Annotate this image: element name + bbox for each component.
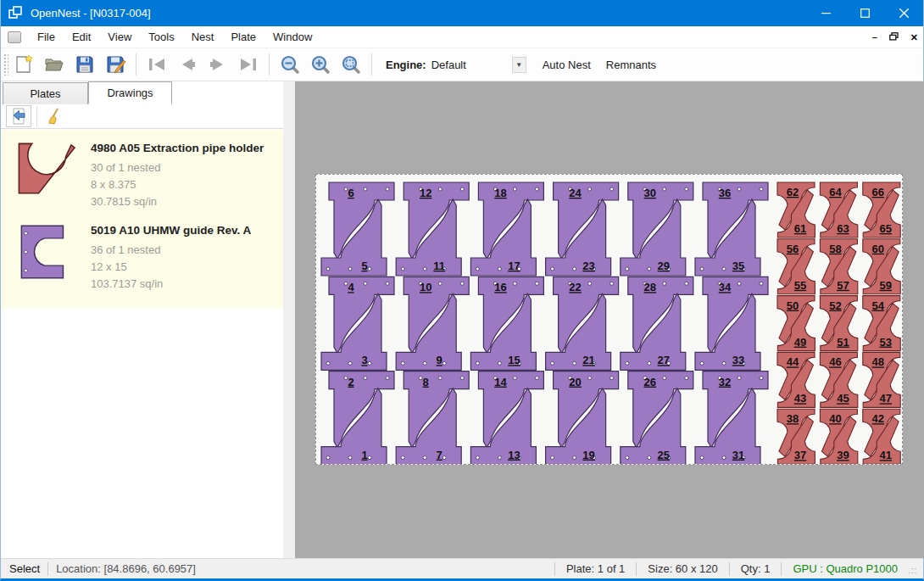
nested-part-pair[interactable]: 109 [396,277,469,370]
import-arrow-icon [9,107,28,126]
nested-part-pair[interactable]: 2221 [546,277,619,370]
nested-part-pair[interactable]: 2019 [546,372,619,464]
menu-item-view[interactable]: View [99,27,140,47]
nested-part-pair[interactable]: 6665 [863,182,900,237]
go-first-button[interactable] [142,52,172,77]
plate-qty: Qty: 1 [738,562,774,575]
zoom-out-button[interactable] [275,52,305,77]
menu-item-nest[interactable]: Nest [183,27,223,47]
zoom-out-icon [281,55,300,75]
zoom-fit-button[interactable] [336,52,366,77]
part-number-label: 33 [732,354,744,366]
part-number-label: 53 [880,336,892,349]
open-file-icon [44,55,64,74]
part-number-label: 5 [361,260,367,272]
nested-part-pair[interactable]: 6463 [820,182,857,237]
nested-part-pair[interactable]: 3433 [695,277,768,370]
part-number-label: 39 [837,449,849,461]
nested-part-pair[interactable]: 1817 [470,182,543,276]
nested-part-pair[interactable]: 5857 [820,239,857,294]
nested-part-pair[interactable]: 43 [321,277,394,370]
menu-bar: FileEditViewToolsNestPlateWindow [1,26,923,48]
status-bar: Select Location: [84.8696, 60.6957] Plat… [1,558,923,578]
mdi-close-button[interactable]: ✕ [910,32,918,43]
minimize-icon [821,8,831,18]
title-bar: OpenNest - [N0317-004] [1,0,923,26]
new-file-button[interactable] [8,52,39,77]
mdi-minimize-button[interactable]: – [872,32,877,42]
part-number-label: 31 [732,449,744,461]
part-number-label: 56 [787,243,799,255]
go-next-button[interactable] [203,52,233,77]
nested-part-pair[interactable]: 5251 [820,296,857,351]
nested-part-pair[interactable]: 4039 [820,409,857,464]
menu-item-window[interactable]: Window [264,27,320,47]
part-number-label: 57 [837,279,849,292]
nested-part-pair[interactable]: 4645 [820,352,857,407]
nested-part-pair[interactable]: 6059 [863,239,900,294]
nested-part-pair[interactable]: 5453 [863,296,900,351]
remnants-button[interactable]: Remnants [598,59,664,71]
nested-part-pair[interactable]: 65 [321,182,394,276]
nested-part-pair[interactable]: 4443 [777,352,815,407]
import-drawing-button[interactable] [6,105,31,127]
part-number-label: 3 [361,354,367,366]
nested-part-pair[interactable]: 4241 [863,409,900,464]
nested-part-pair[interactable]: 4847 [863,352,900,407]
plate-size: Size: 60 x 120 [644,562,721,575]
resize-grip[interactable]: .:: [908,566,920,578]
part-number-label: 38 [787,412,799,425]
nested-part-pair[interactable]: 5049 [777,296,815,351]
menu-item-plate[interactable]: Plate [222,27,264,47]
nested-part-pair[interactable]: 87 [396,372,469,464]
drawing-item[interactable]: 4980 A05 Extraction pipe holder 30 of 1 … [1,135,294,217]
nested-part-pair[interactable]: 3029 [621,182,693,276]
auto-nest-button[interactable]: Auto Nest [535,59,598,71]
menu-item-tools[interactable]: Tools [140,27,182,47]
nested-part-pair[interactable]: 1615 [470,277,543,370]
zoom-in-button[interactable] [305,52,336,77]
nested-part-pair[interactable]: 21 [321,372,394,464]
save-as-button[interactable] [100,52,131,77]
nested-part-pair[interactable]: 1211 [396,182,469,276]
nested-part-pair[interactable]: 2827 [621,277,693,370]
menu-item-edit[interactable]: Edit [64,27,99,47]
nested-part-pair[interactable]: 6261 [777,182,815,237]
tab-plates[interactable]: Plates [3,82,88,104]
clean-button[interactable] [42,105,68,127]
part-number-label: 19 [582,449,594,461]
save-button[interactable] [70,52,100,77]
nested-part-pair[interactable]: 2625 [621,372,693,464]
nested-part-pair[interactable]: 3837 [777,409,815,464]
statusbar-separator [636,562,637,576]
nested-part-pair[interactable]: 2423 [546,182,619,276]
open-file-button[interactable] [39,52,70,77]
mdi-restore-button[interactable] [889,32,899,42]
broom-icon [46,107,64,126]
nested-part-pair[interactable]: 1413 [470,372,543,464]
close-button[interactable] [884,0,923,26]
minimize-button[interactable] [806,0,845,26]
part-number-label: 28 [644,281,656,293]
go-previous-button[interactable] [172,52,203,77]
go-last-button[interactable] [233,52,264,77]
tab-drawings[interactable]: Drawings [88,81,172,104]
go-previous-icon [178,57,197,72]
maximize-button[interactable] [845,0,884,26]
plate-sheet[interactable]: 65 1211 1817 2423 3029 3635 43 109 1615 [315,174,903,465]
drawing-item[interactable]: 5019 A10 UHMW guide Rev. A 36 of 1 neste… [1,217,294,299]
engine-dropdown-button[interactable]: ▼ [512,57,526,73]
nested-part-pair[interactable]: 3635 [695,182,768,276]
engine-combobox[interactable]: Default [431,59,512,71]
nested-part-pair[interactable]: 3231 [695,372,768,464]
nested-part-pair[interactable]: 5655 [777,239,815,294]
part-number-label: 58 [829,243,841,255]
part-number-label: 1 [361,449,367,461]
part-number-label: 26 [644,376,656,388]
menu-item-file[interactable]: File [29,27,64,47]
panel-splitter[interactable] [283,81,295,558]
part-number-label: 51 [837,336,849,349]
plate-count: Plate: 1 of 1 [563,562,628,575]
nest-canvas[interactable]: 65 1211 1817 2423 3029 3635 43 109 1615 [295,81,924,558]
part-number-label: 47 [880,392,892,405]
